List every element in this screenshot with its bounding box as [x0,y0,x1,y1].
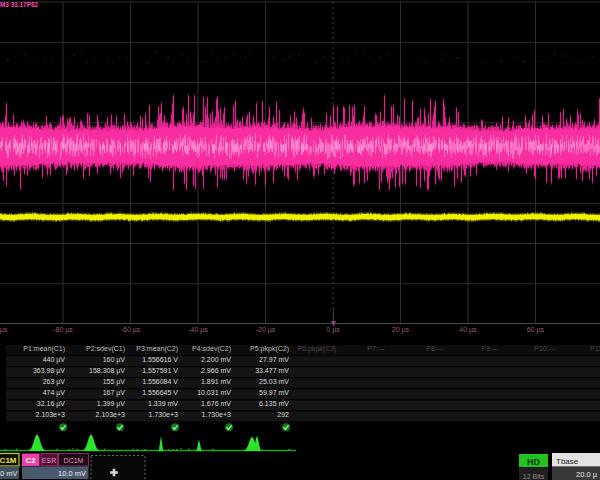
svg-text:P6:pkpk(C3): P6:pkpk(C3) [298,345,337,353]
svg-text:0 mV: 0 mV [0,469,18,478]
svg-text:363.98 µV: 363.98 µV [33,367,65,375]
svg-text:12 Bits: 12 Bits [523,473,545,480]
svg-text:Tbase: Tbase [556,457,579,466]
svg-text:2.966 mV: 2.966 mV [201,367,231,374]
svg-text:P4:sdev(C2): P4:sdev(C2) [192,345,231,353]
svg-text:1.730e+3: 1.730e+3 [202,411,231,418]
svg-text:1.891 mV: 1.891 mV [201,378,231,385]
svg-text:155 µV: 155 µV [103,378,126,386]
svg-text:158.308 µV: 158.308 µV [89,367,125,375]
svg-text:DC1M: DC1M [0,456,17,465]
svg-text:40 µs: 40 µs [459,326,477,334]
svg-text:P11:: P11: [590,345,600,352]
svg-text:33.477 mV: 33.477 mV [255,367,289,374]
svg-text:1.556616 V: 1.556616 V [142,356,178,363]
svg-text:59.97 mV: 59.97 mV [259,389,289,396]
svg-text:-20 µs: -20 µs [256,326,276,334]
svg-text:60 µs: 60 µs [527,326,545,334]
svg-text:6.135 mV: 6.135 mV [259,400,289,407]
svg-text:1.676 mV: 1.676 mV [201,400,231,407]
svg-text:263 µV: 263 µV [43,378,66,386]
svg-text:20.0 µ: 20.0 µ [576,470,598,479]
svg-text:1.556645 V: 1.556645 V [142,389,178,396]
svg-text:1.556084 V: 1.556084 V [142,378,178,385]
svg-text:2.200 mV: 2.200 mV [201,356,231,363]
svg-text:-80 µs: -80 µs [53,326,73,334]
svg-text:HD: HD [527,457,540,467]
svg-text:292: 292 [277,411,289,418]
svg-text:20 µs: 20 µs [392,326,410,334]
svg-text:P1:mean(C1): P1:mean(C1) [23,345,65,353]
svg-text:25.03 mV: 25.03 mV [259,378,289,385]
svg-text:1.557591 V: 1.557591 V [142,367,178,374]
svg-text:DC1M: DC1M [64,457,84,464]
svg-text:P10:---: P10:--- [534,345,556,352]
svg-text:ESR: ESR [42,457,56,464]
svg-text:P7:---: P7:--- [367,345,385,352]
svg-text:P5:pkpk(C2): P5:pkpk(C2) [250,345,289,353]
svg-text:-100 µs: -100 µs [0,326,8,334]
svg-text:167 µV: 167 µV [103,389,126,397]
svg-text:160 µV: 160 µV [103,356,126,364]
svg-text:474 µV: 474 µV [43,389,66,397]
svg-text:440 µV: 440 µV [43,356,66,364]
svg-text:32.16 µV: 32.16 µV [37,400,65,408]
svg-text:27.97 mV: 27.97 mV [259,356,289,363]
svg-text:-60 µs: -60 µs [121,326,141,334]
svg-text:10.031 mV: 10.031 mV [197,389,231,396]
svg-text:P8:---: P8:--- [426,345,444,352]
svg-text:P2:sdev(C1): P2:sdev(C1) [86,345,125,353]
svg-text:2.103e+3: 2.103e+3 [36,411,65,418]
svg-text:1.399 µV: 1.399 µV [97,400,125,408]
svg-text:P9:---: P9:--- [481,345,499,352]
svg-text:M3 33.17P82: M3 33.17P82 [0,1,38,8]
svg-text:0 µs: 0 µs [326,326,340,334]
svg-text:1.730e+3: 1.730e+3 [149,411,178,418]
svg-text:C2: C2 [25,456,36,465]
svg-text:2.103e+3: 2.103e+3 [96,411,125,418]
svg-text:P3:mean(C2): P3:mean(C2) [136,345,178,353]
svg-text:-40 µs: -40 µs [188,326,208,334]
svg-text:10.0 mV: 10.0 mV [58,469,86,478]
svg-text:1.339 mV: 1.339 mV [148,400,178,407]
